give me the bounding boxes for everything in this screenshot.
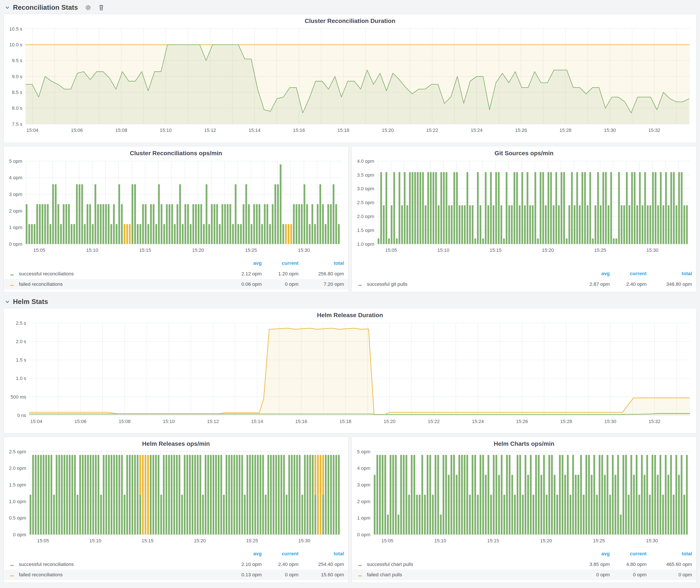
bar-success[interactable] (482, 238, 484, 244)
bar-success[interactable] (579, 205, 581, 244)
bar-success[interactable] (543, 455, 545, 535)
bar-success[interactable] (448, 475, 450, 535)
bar-success[interactable] (445, 455, 447, 535)
legend-sort-total[interactable]: total (298, 260, 344, 266)
bar-success[interactable] (451, 205, 453, 244)
bar-success[interactable] (220, 455, 222, 535)
bar-success[interactable] (333, 184, 334, 244)
bar-success[interactable] (192, 204, 194, 244)
bar-success[interactable] (608, 205, 609, 244)
bar-success[interactable] (406, 205, 408, 244)
bar-success[interactable] (317, 204, 319, 244)
bar-success[interactable] (398, 515, 399, 535)
bar-success[interactable] (152, 455, 154, 535)
bar-success[interactable] (461, 205, 463, 244)
bar-success[interactable] (623, 205, 625, 244)
bar-success[interactable] (678, 172, 680, 244)
bar-success[interactable] (43, 455, 44, 535)
bar-success[interactable] (670, 455, 672, 535)
bar-success[interactable] (60, 224, 62, 244)
bar-success[interactable] (638, 495, 640, 535)
bar-success[interactable] (555, 172, 557, 244)
bar-success[interactable] (417, 172, 419, 244)
bar-success[interactable] (443, 455, 444, 535)
bar-success[interactable] (64, 455, 65, 535)
bar-success[interactable] (84, 224, 86, 244)
bar-success[interactable] (686, 205, 688, 244)
bar-success[interactable] (456, 172, 458, 244)
bar-success[interactable] (182, 224, 184, 244)
bar-success[interactable] (202, 495, 204, 535)
bar-success[interactable] (282, 224, 284, 244)
bar-success[interactable] (511, 205, 513, 244)
bar-failed[interactable] (145, 455, 146, 535)
bar-success[interactable] (509, 455, 510, 535)
bar-success[interactable] (155, 455, 157, 535)
bar-success[interactable] (668, 475, 669, 535)
bar-success[interactable] (437, 455, 439, 535)
bar-success[interactable] (396, 238, 398, 244)
bar-success[interactable] (253, 204, 255, 244)
bar-success[interactable] (116, 224, 117, 244)
bar-success[interactable] (524, 205, 526, 244)
bar-success[interactable] (610, 172, 612, 244)
bar-success[interactable] (683, 205, 685, 244)
bar-success[interactable] (673, 172, 675, 244)
bar-success[interactable] (126, 455, 128, 535)
bar-success[interactable] (503, 495, 505, 535)
bar-success[interactable] (160, 495, 162, 535)
bar-success[interactable] (617, 455, 619, 535)
bar-success[interactable] (602, 172, 604, 244)
bar-success[interactable] (440, 172, 442, 244)
bar-success[interactable] (514, 172, 515, 244)
bar-success[interactable] (647, 205, 648, 244)
bar-success[interactable] (296, 204, 297, 244)
bar-success[interactable] (501, 455, 503, 535)
bar-success[interactable] (82, 455, 84, 535)
bar-success[interactable] (629, 205, 630, 244)
bar-success[interactable] (265, 495, 266, 535)
bar-success[interactable] (248, 204, 250, 244)
bar-success[interactable] (548, 172, 549, 244)
bar-success[interactable] (237, 224, 239, 244)
bar-success[interactable] (269, 224, 271, 244)
bar-success[interactable] (553, 205, 555, 244)
bar-success[interactable] (571, 172, 573, 244)
bar-success[interactable] (215, 455, 217, 535)
legend-label[interactable]: successful reconciliations (19, 271, 225, 277)
bar-success[interactable] (490, 172, 492, 244)
bar-success[interactable] (240, 224, 242, 244)
bar-success[interactable] (649, 495, 651, 535)
bar-success[interactable] (485, 475, 487, 535)
bar-success[interactable] (39, 204, 41, 244)
legend-sort-avg[interactable]: avg (225, 551, 262, 557)
bar-success[interactable] (532, 205, 534, 244)
bar-success[interactable] (618, 172, 620, 244)
bar-success[interactable] (252, 455, 253, 535)
bar-success[interactable] (596, 495, 598, 535)
legend-label[interactable]: failed chart pulls (367, 572, 573, 578)
bar-success[interactable] (100, 204, 102, 244)
bar-success[interactable] (47, 204, 49, 244)
bar-success[interactable] (132, 184, 133, 244)
bar-success[interactable] (139, 224, 141, 244)
bar-success[interactable] (301, 495, 303, 535)
bar-success[interactable] (545, 205, 547, 244)
bar-success[interactable] (519, 455, 521, 535)
bar-success[interactable] (28, 224, 30, 244)
bar-success[interactable] (303, 184, 305, 244)
bar-success[interactable] (260, 455, 261, 535)
bar-success[interactable] (660, 172, 662, 244)
bar-success[interactable] (293, 204, 295, 244)
bar-success[interactable] (280, 164, 281, 244)
bar-success[interactable] (660, 455, 661, 535)
bar-success[interactable] (625, 455, 627, 535)
bar-success[interactable] (681, 455, 682, 535)
bar-success[interactable] (676, 205, 677, 244)
bar-success[interactable] (534, 172, 536, 244)
bar-success[interactable] (235, 184, 237, 244)
bar-success[interactable] (443, 172, 445, 244)
bar-success[interactable] (210, 455, 212, 535)
bar-failed[interactable] (285, 224, 287, 244)
bar-success[interactable] (400, 455, 402, 535)
